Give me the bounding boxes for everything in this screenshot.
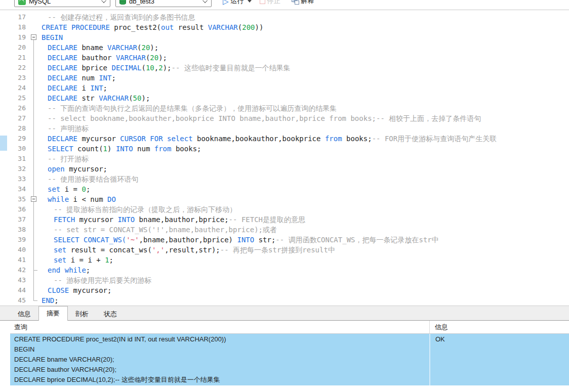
explain-plan-icon — [292, 0, 299, 5]
code-line[interactable]: 44CLOSE mycursor; — [0, 285, 569, 295]
line-number: 32 — [0, 164, 28, 174]
line-number: 33 — [0, 174, 28, 184]
sql-editor-window: MySQL db_test3 ▷ 运行 停止 解释 — [0, 0, 569, 392]
code-line[interactable]: 25DECLARE str VARCHAR(50); — [0, 93, 569, 103]
code-line[interactable]: 24DECLARE i INT; — [0, 83, 569, 93]
line-number: 42 — [0, 265, 28, 275]
code-text: end while; — [39, 265, 569, 275]
chevron-down-icon[interactable] — [202, 0, 208, 3]
code-line[interactable]: 29DECLARE mycursor CURSOR FOR select boo… — [0, 134, 569, 144]
tab-info[interactable]: 信息 — [10, 308, 38, 320]
code-line[interactable]: 17-- 创建存储过程，返回查询到的多条图书信息 — [0, 12, 569, 22]
result-info-cell: OK — [429, 334, 569, 385]
code-line[interactable]: 34set i = 0; — [0, 184, 569, 194]
code-line[interactable]: 31-- 打开游标 — [0, 154, 569, 164]
code-line[interactable]: 26-- 下面的查询语句执行之后返回的是结果集（多条记录），使用游标可以遍历查询… — [0, 103, 569, 113]
code-line[interactable]: 43-- 游标使用完毕后要关闭游标 — [0, 275, 569, 285]
results-header: 查询 信息 — [10, 321, 569, 334]
database-combo[interactable]: db_test3 — [115, 0, 212, 7]
explain-button[interactable]: 解释 — [290, 0, 316, 7]
connection-combo[interactable]: MySQL — [14, 0, 110, 7]
code-line[interactable]: 41set i = i + 1; — [0, 255, 569, 265]
fold-marker-guide — [28, 275, 39, 285]
code-text: BEGIN — [39, 32, 569, 42]
column-header-query[interactable]: 查询 — [10, 323, 429, 332]
code-line[interactable]: 37FETCH mycursor INTO bname,bauthor,bpri… — [0, 214, 569, 225]
code-line[interactable]: 45END; — [0, 295, 569, 306]
line-number: 38 — [0, 225, 28, 235]
play-icon: ▷ — [223, 0, 229, 5]
run-button[interactable]: ▷ 运行 — [221, 0, 254, 7]
code-line[interactable]: 38-- set str = CONCAT_WS('!',bname,bauth… — [0, 225, 569, 235]
code-text: DECLARE bauthor VARCHAR(20); — [39, 53, 569, 63]
code-text: FETCH mycursor INTO bname,bauthor,bprice… — [39, 214, 569, 225]
code-line[interactable]: 22DECLARE bprice DECIMAL(10,2);-- 这些临时变量… — [0, 63, 569, 73]
fold-marker-guide — [28, 245, 39, 255]
run-caret-icon[interactable] — [248, 0, 252, 3]
result-tabbar: 信息摘要剖析状态 — [0, 306, 569, 321]
code-text: while i < num DO — [39, 194, 569, 204]
fold-marker-guide — [28, 164, 39, 174]
code-line[interactable]: 28-- 声明游标 — [0, 123, 569, 134]
code-lines: 17-- 创建存储过程，返回查询到的多条图书信息18CREATE PROCEDU… — [0, 12, 569, 306]
code-line[interactable]: 40set result = concat_ws(',',result,str)… — [0, 245, 569, 255]
line-number: 22 — [0, 63, 28, 73]
code-text: CLOSE mycursor; — [39, 285, 569, 295]
line-number: 44 — [0, 285, 28, 295]
code-editor[interactable]: 17-- 创建存储过程，返回查询到的多条图书信息18CREATE PROCEDU… — [0, 10, 569, 306]
line-number: 17 — [0, 12, 28, 22]
connection-value: MySQL — [29, 0, 100, 5]
code-text: DECLARE bprice DECIMAL(10,2);-- 这些临时变量目前… — [39, 63, 569, 73]
results-grid: 查询 信息 CREATE PROCEDURE proc_test2(IN id … — [10, 321, 569, 385]
stop-button[interactable]: 停止 — [258, 0, 282, 7]
code-line[interactable]: 36-- 提取游标当前指向的记录（提取之后，游标向下移动） — [0, 204, 569, 214]
scroll-marker[interactable] — [0, 136, 7, 151]
code-text: set i = 0; — [39, 184, 569, 194]
code-text: SELECT CONCAT_WS('~',bname,bauthor,bpric… — [39, 235, 569, 245]
tab-status[interactable]: 状态 — [96, 308, 125, 320]
code-line[interactable]: 20DECLARE bname VARCHAR(20); — [0, 42, 569, 53]
code-line[interactable]: 35while i < num DO — [0, 194, 569, 204]
line-number: 20 — [0, 42, 28, 53]
code-line[interactable]: 32open mycursor; — [0, 164, 569, 174]
code-line[interactable]: 18CREATE PROCEDURE proc_test2(out result… — [0, 22, 569, 32]
tab-summary[interactable]: 摘要 — [38, 306, 68, 321]
line-number: 24 — [0, 83, 28, 93]
code-line[interactable]: 21DECLARE bauthor VARCHAR(20); — [0, 53, 569, 63]
column-header-info[interactable]: 信息 — [429, 321, 569, 333]
code-line[interactable]: 39SELECT CONCAT_WS('~',bname,bauthor,bpr… — [0, 235, 569, 245]
fold-marker-openmid[interactable] — [28, 194, 39, 204]
fold-marker-guide — [28, 154, 39, 164]
tab-profile[interactable]: 剖析 — [68, 308, 96, 320]
fold-marker-guide — [28, 134, 39, 144]
explain-label: 解释 — [301, 0, 314, 6]
code-text: DECLARE mycursor CURSOR FOR select bookn… — [39, 134, 569, 144]
fold-marker-guide — [28, 184, 39, 194]
fold-gutter — [28, 12, 39, 22]
fold-marker-guide — [28, 123, 39, 134]
fold-marker-guide — [28, 73, 39, 83]
code-text: SELECT count(1) INTO num from books; — [39, 144, 569, 154]
line-number: 45 — [0, 295, 28, 306]
code-text: -- 下面的查询语句执行之后返回的是结果集（多条记录），使用游标可以遍历查询的结… — [39, 103, 569, 113]
fold-marker-tick — [28, 265, 39, 275]
run-label: 运行 — [231, 0, 244, 6]
code-line[interactable]: 27-- select bookname,bookauther,bookpric… — [0, 113, 569, 123]
fold-marker-guide — [28, 225, 39, 235]
code-text: open mycursor; — [39, 164, 569, 174]
chevron-down-icon[interactable] — [101, 0, 106, 3]
fold-marker-guide — [28, 53, 39, 63]
code-text: DECLARE num INT; — [39, 73, 569, 83]
code-line[interactable]: 19BEGIN — [0, 32, 569, 42]
stop-label: 停止 — [267, 0, 280, 6]
result-query-cell: CREATE PROCEDURE proc_test2(IN id INT, o… — [10, 334, 429, 385]
fold-marker-end — [28, 295, 39, 306]
code-line[interactable]: 33-- 使用游标要结合循环语句 — [0, 174, 569, 184]
fold-marker-open[interactable] — [28, 32, 39, 42]
result-row[interactable]: CREATE PROCEDURE proc_test2(IN id INT, o… — [10, 334, 569, 385]
code-line[interactable]: 23DECLARE num INT; — [0, 73, 569, 83]
result-rows: CREATE PROCEDURE proc_test2(IN id INT, o… — [10, 334, 569, 385]
code-line[interactable]: 30SELECT count(1) INTO num from books; — [0, 144, 569, 154]
code-line[interactable]: 42end while; — [0, 265, 569, 275]
code-text: -- set str = CONCAT_WS('!',bname,bauther… — [39, 225, 569, 235]
